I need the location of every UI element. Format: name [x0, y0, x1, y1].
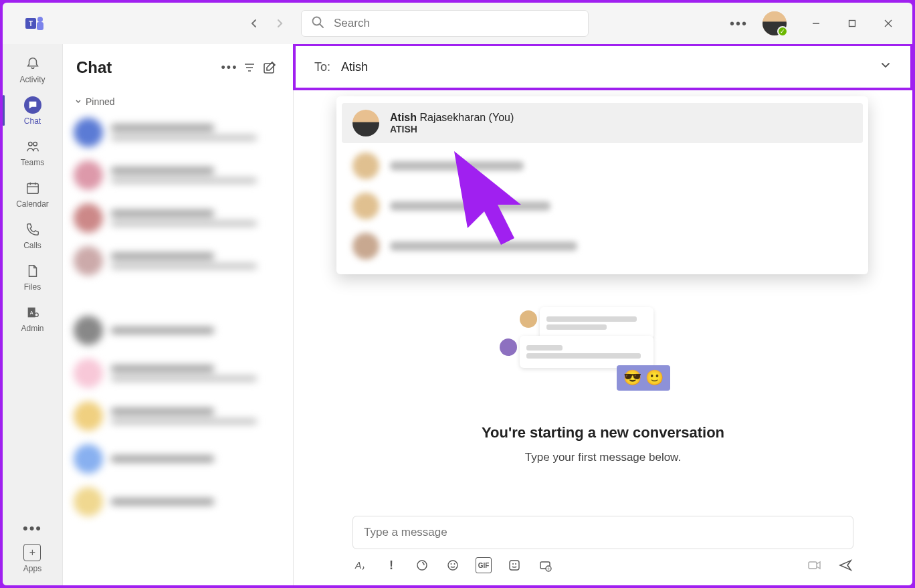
svg-point-30 — [515, 563, 516, 565]
rail-calls[interactable]: Calls — [3, 214, 62, 256]
to-label: To: — [314, 60, 330, 74]
chat-list-item[interactable] — [63, 437, 293, 480]
rail-label: Calls — [23, 241, 41, 250]
svg-rect-28 — [510, 561, 519, 570]
compose-box[interactable] — [352, 516, 853, 549]
to-input[interactable] — [341, 60, 880, 74]
suggestion-sub: ATISH — [390, 124, 514, 134]
presence-available-icon — [777, 26, 788, 37]
gif-button[interactable]: GIF — [476, 557, 492, 573]
rail-label: Admin — [21, 324, 43, 333]
rail-label: Chat — [24, 116, 41, 126]
rail-label: Files — [24, 282, 41, 292]
chat-icon — [24, 96, 41, 114]
history-nav — [247, 17, 286, 30]
rail-chat[interactable]: Chat — [3, 90, 62, 131]
filter-button[interactable] — [239, 58, 260, 78]
svg-point-11 — [33, 142, 36, 146]
suggestion-item[interactable] — [336, 146, 868, 186]
send-button[interactable] — [837, 557, 853, 573]
svg-text:T: T — [29, 20, 33, 27]
bell-icon — [24, 55, 41, 72]
emoji-button[interactable] — [445, 557, 461, 573]
chevron-down-icon[interactable] — [880, 60, 892, 74]
rail-teams[interactable]: Teams — [3, 131, 62, 173]
chat-list-item[interactable] — [63, 239, 293, 282]
chat-list-item[interactable] — [63, 197, 293, 239]
phone-icon — [24, 221, 41, 238]
to-field-bar: To: — [293, 44, 912, 90]
chevron-down-icon — [75, 96, 82, 107]
chat-list-title: Chat — [76, 58, 112, 77]
loop-button[interactable] — [414, 557, 430, 573]
sticker-button[interactable] — [506, 557, 522, 573]
calendar-icon — [24, 179, 41, 197]
svg-point-26 — [451, 563, 452, 565]
chat-list-item[interactable] — [63, 154, 293, 197]
search-icon — [311, 15, 324, 31]
more-actions-button[interactable]: + — [537, 557, 553, 573]
rail-admin[interactable]: A Admin — [3, 297, 62, 338]
title-bar: T ••• — [3, 3, 912, 44]
rail-files[interactable]: Files — [3, 256, 62, 297]
rail-label: Calendar — [16, 199, 49, 209]
compose-input[interactable] — [364, 526, 842, 539]
new-conversation-illustration: 😎 🙂 — [510, 310, 697, 404]
search-input[interactable] — [334, 17, 579, 30]
file-icon — [24, 262, 41, 280]
rail-calendar[interactable]: Calendar — [3, 173, 62, 214]
plus-icon: + — [23, 544, 41, 561]
close-button[interactable] — [876, 11, 900, 35]
rail-label: Teams — [21, 158, 44, 167]
new-chat-button[interactable] — [260, 58, 280, 78]
svg-line-5 — [320, 24, 323, 27]
teams-logo-icon: T — [23, 11, 47, 35]
chat-list-item[interactable] — [63, 111, 293, 154]
new-conversation-subtext: Type your first message below. — [525, 451, 681, 464]
svg-point-2 — [37, 17, 43, 22]
new-conversation-heading: You're starting a new conversation — [482, 424, 724, 442]
svg-text:A: A — [29, 310, 33, 316]
svg-rect-7 — [849, 21, 855, 27]
svg-point-24 — [417, 561, 427, 570]
current-user-avatar[interactable] — [762, 11, 787, 35]
svg-rect-12 — [27, 184, 38, 194]
teams-icon — [24, 138, 41, 155]
conversation-panel: To: Atish Rajasekharan (You) ATISH — [294, 44, 912, 585]
chat-list-panel: Chat ••• Pinned — [63, 44, 294, 585]
back-button[interactable] — [247, 17, 261, 30]
chat-list-more-button[interactable]: ••• — [219, 58, 239, 78]
svg-rect-34 — [809, 562, 817, 569]
suggestion-item[interactable] — [336, 186, 868, 226]
chat-list-item[interactable] — [63, 395, 293, 437]
svg-text:A: A — [354, 560, 361, 571]
svg-point-25 — [448, 561, 458, 570]
rail-more-button[interactable]: ••• — [23, 520, 42, 537]
rail-label: Apps — [23, 564, 41, 573]
svg-rect-3 — [37, 22, 43, 30]
search-box[interactable] — [301, 10, 589, 37]
svg-point-29 — [512, 563, 514, 565]
chat-list-item[interactable] — [63, 480, 293, 523]
app-rail: Activity Chat Teams Calendar — [3, 44, 63, 585]
pinned-section-label[interactable]: Pinned — [63, 91, 293, 111]
maximize-button[interactable] — [840, 11, 864, 35]
admin-icon: A — [24, 304, 41, 321]
suggestion-item[interactable]: Atish Rajasekharan (You) ATISH — [342, 103, 863, 143]
svg-point-10 — [28, 142, 32, 146]
chat-list-item[interactable] — [63, 309, 293, 352]
video-clip-button[interactable] — [807, 557, 823, 573]
rail-apps[interactable]: + Apps — [23, 544, 41, 573]
minimize-button[interactable] — [804, 11, 828, 35]
svg-text:+: + — [547, 567, 550, 571]
people-suggestions-dropdown: Atish Rajasekharan (You) ATISH — [336, 96, 868, 274]
avatar — [352, 110, 379, 136]
suggestion-item[interactable] — [336, 226, 868, 266]
compose-toolbar: A ! GIF + — [352, 557, 853, 573]
settings-more-button[interactable]: ••• — [730, 16, 748, 31]
rail-activity[interactable]: Activity — [3, 48, 62, 90]
chat-list-item[interactable] — [63, 352, 293, 395]
format-button[interactable]: A — [352, 557, 369, 573]
forward-button[interactable] — [273, 17, 286, 30]
priority-button[interactable]: ! — [383, 557, 399, 573]
